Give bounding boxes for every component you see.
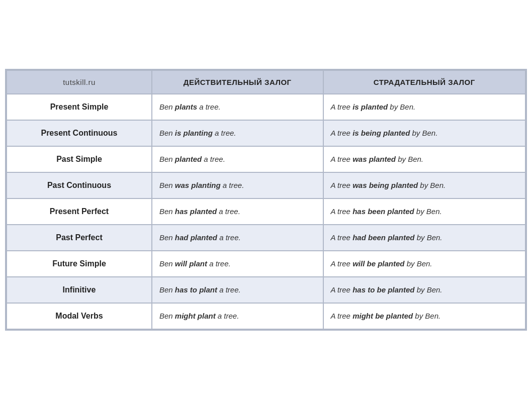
grammar-table: tutskill.ru ДЕЙСТВИТЕЛЬНЫЙ ЗАЛОГ СТРАДАТ…: [6, 70, 526, 330]
active-verb: was planting: [175, 181, 221, 189]
tense-label: Present Perfect: [7, 198, 152, 225]
active-voice-cell: Ben has planted a tree.: [152, 198, 323, 225]
tense-label: Present Simple: [7, 94, 152, 120]
active-voice-cell: Ben will plant a tree.: [152, 251, 323, 277]
passive-verb: might be planted: [352, 312, 413, 320]
active-verb: has to plant: [175, 285, 217, 294]
active-verb: will plant: [175, 259, 207, 268]
passive-voice-cell: A tree is planted by Ben.: [323, 94, 526, 120]
active-verb: might plant: [175, 312, 216, 320]
passive-verb: has to be planted: [352, 285, 414, 294]
active-voice-cell: Ben had planted a tree.: [152, 225, 323, 251]
active-verb: plants: [175, 103, 197, 111]
tense-label: Modal Verbs: [7, 303, 152, 329]
tense-label: Past Perfect: [7, 225, 152, 251]
tense-label: Present Continuous: [7, 120, 152, 146]
active-voice-cell: Ben might plant a tree.: [152, 303, 323, 329]
header-active-voice: ДЕЙСТВИТЕЛЬНЫЙ ЗАЛОГ: [152, 70, 323, 94]
tense-label: Past Simple: [7, 146, 152, 172]
active-voice-cell: Ben has to plant a tree.: [152, 277, 323, 303]
passive-voice-cell: A tree will be planted by Ben.: [323, 251, 526, 277]
passive-verb: was planted: [352, 155, 396, 163]
table-row: Present ContinuousBen is planting a tree…: [7, 120, 525, 146]
table-row: Modal VerbsBen might plant a tree.A tree…: [7, 303, 525, 329]
passive-verb: had been planted: [352, 233, 414, 242]
active-voice-cell: Ben planted a tree.: [152, 146, 323, 172]
passive-verb: has been planted: [352, 207, 414, 216]
passive-voice-cell: A tree has to be planted by Ben.: [323, 277, 526, 303]
tense-label: Future Simple: [7, 251, 152, 277]
passive-voice-cell: A tree was being planted by Ben.: [323, 172, 526, 198]
header-logo: tutskill.ru: [7, 70, 152, 94]
table-row: Past SimpleBen planted a tree.A tree was…: [7, 146, 525, 172]
table-row: Future SimpleBen will plant a tree.A tre…: [7, 251, 525, 277]
active-voice-cell: Ben was planting a tree.: [152, 172, 323, 198]
active-verb: has planted: [175, 207, 217, 216]
active-verb: had planted: [175, 233, 217, 242]
passive-verb: is being planted: [352, 129, 410, 137]
header-passive-voice: СТРАДАТЕЛЬНЫЙ ЗАЛОГ: [323, 70, 526, 94]
passive-verb: is planted: [352, 103, 388, 111]
tense-label: Infinitive: [7, 277, 152, 303]
active-voice-cell: Ben plants a tree.: [152, 94, 323, 120]
table-row: Past ContinuousBen was planting a tree.A…: [7, 172, 525, 198]
passive-verb: was being planted: [352, 181, 418, 189]
passive-verb: will be planted: [352, 259, 404, 268]
passive-voice-cell: A tree was planted by Ben.: [323, 146, 526, 172]
table-header-row: tutskill.ru ДЕЙСТВИТЕЛЬНЫЙ ЗАЛОГ СТРАДАТ…: [7, 70, 525, 94]
active-verb: planted: [175, 155, 202, 163]
active-voice-cell: Ben is planting a tree.: [152, 120, 323, 146]
passive-voice-cell: A tree has been planted by Ben.: [323, 198, 526, 225]
passive-voice-cell: A tree might be planted by Ben.: [323, 303, 526, 329]
active-verb: is planting: [175, 129, 213, 137]
grammar-table-wrapper: tutskill.ru ДЕЙСТВИТЕЛЬНЫЙ ЗАЛОГ СТРАДАТ…: [5, 69, 527, 331]
passive-voice-cell: A tree had been planted by Ben.: [323, 225, 526, 251]
table-row: Present PerfectBen has planted a tree.A …: [7, 198, 525, 225]
tense-label: Past Continuous: [7, 172, 152, 198]
passive-voice-cell: A tree is being planted by Ben.: [323, 120, 526, 146]
table-row: Past PerfectBen had planted a tree.A tre…: [7, 225, 525, 251]
table-row: Present SimpleBen plants a tree.A tree i…: [7, 94, 525, 120]
table-row: InfinitiveBen has to plant a tree.A tree…: [7, 277, 525, 303]
